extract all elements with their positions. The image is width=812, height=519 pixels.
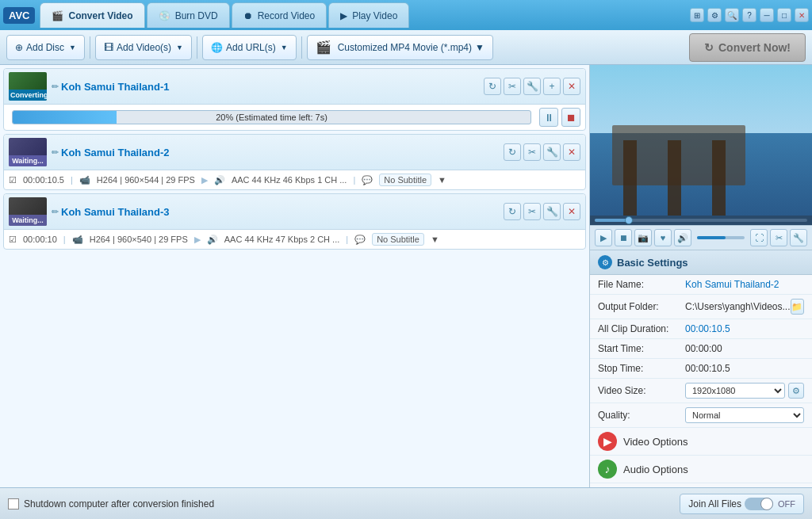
- settings-btn-1[interactable]: 🔧: [523, 78, 541, 95]
- settings-btn-3[interactable]: 🔧: [543, 203, 561, 220]
- window-controls: ⊞ ⚙ 🔍 ? ─ □ ✕: [690, 8, 809, 22]
- file-actions-3: ↻ ✂ 🔧 ✕: [504, 203, 580, 220]
- settings-row-quality: Quality: Normal High Low: [590, 403, 812, 428]
- tab-burn[interactable]: 💿 Burn DVD: [147, 2, 230, 28]
- refresh-btn-2[interactable]: ↻: [504, 143, 521, 161]
- status-badge-3: Waiting...: [9, 215, 47, 226]
- videosize-select[interactable]: 1920x1080 1280x720 854x480: [685, 383, 785, 399]
- tab-convert[interactable]: 🎬 Convert Video: [40, 2, 144, 28]
- monitor-icon[interactable]: ⊞: [690, 8, 704, 22]
- close-btn-1[interactable]: ✕: [563, 78, 580, 95]
- help-icon[interactable]: ?: [742, 8, 756, 22]
- subtitle-dropdown-2[interactable]: ▼: [438, 175, 446, 185]
- fullscreen-btn[interactable]: ⛶: [750, 229, 768, 246]
- convert-icon: 🎬: [52, 10, 63, 21]
- subtitle-dropdown-3[interactable]: ▼: [431, 235, 439, 244]
- stop-value: 00:00:10.5: [685, 363, 804, 374]
- refresh-icon: ↻: [704, 41, 714, 54]
- play-btn[interactable]: ▶: [595, 229, 612, 246]
- wrench-btn[interactable]: 🔧: [790, 229, 807, 246]
- subtitle-3: No Subtitle: [372, 233, 424, 246]
- close-btn-3[interactable]: ✕: [563, 203, 580, 220]
- filename-label: File Name:: [598, 279, 685, 290]
- format-selector[interactable]: 🎬 Customized MP4 Movie (*.mp4) ▼: [307, 35, 493, 60]
- output-label: Output Folder:: [598, 301, 685, 312]
- scissors-btn-3[interactable]: ✂: [523, 203, 541, 220]
- videosize-label: Video Size:: [598, 385, 685, 396]
- subtitle-icon-3: 💬: [354, 235, 366, 245]
- app-logo: AVC: [3, 7, 35, 24]
- join-label: Join All Files: [688, 498, 741, 509]
- add-url-button[interactable]: 🌐 Add URL(s) ▼: [202, 35, 297, 60]
- bottom-bar: Shutdown computer after conversion finis…: [0, 487, 812, 519]
- close-btn-2[interactable]: ✕: [563, 143, 580, 161]
- convert-now-button[interactable]: ↻ Convert Now!: [689, 33, 806, 62]
- add-video-button[interactable]: 🎞 Add Video(s) ▼: [95, 35, 192, 60]
- search-icon[interactable]: 🔍: [725, 8, 739, 22]
- minimize-icon[interactable]: ─: [760, 8, 774, 22]
- scrubber-fill: [595, 219, 626, 222]
- stop-video-btn[interactable]: ⏹: [615, 229, 632, 246]
- file-actions-1: ↻ ✂ 🔧 + ✕: [484, 78, 580, 95]
- progress-fill-1: [13, 111, 117, 124]
- quality-row: Normal High Low: [685, 407, 804, 423]
- preview-pillar2: [668, 140, 681, 216]
- close-icon[interactable]: ✕: [795, 8, 809, 22]
- pause-btn-1[interactable]: ⏸: [539, 108, 558, 127]
- volume-btn[interactable]: 🔊: [674, 229, 691, 246]
- add-btn-1[interactable]: +: [543, 78, 561, 95]
- file-list: Converting ✏ Koh Samui Thailand-1 ↻ ✂ 🔧 …: [0, 65, 590, 487]
- output-folder-browse[interactable]: 📁: [791, 299, 804, 315]
- file-item-3-header: Waiting... ✏ Koh Samui Thailand-3 ↻ ✂ 🔧 …: [4, 194, 585, 230]
- video-info-2: H264 | 960×544 | 29 FPS: [97, 175, 195, 185]
- maximize-icon[interactable]: □: [777, 8, 791, 22]
- shutdown-check[interactable]: Shutdown computer after conversion finis…: [8, 498, 214, 509]
- audio-options-row[interactable]: ♪ Audio Options: [590, 456, 812, 483]
- progress-text-1: 20% (Estimated time left: 7s): [216, 113, 327, 122]
- video-info-icon-2: 📹: [79, 175, 90, 185]
- output-value: C:\Users\yangh\Videos...: [685, 301, 791, 312]
- checkbox-3[interactable]: ☑: [9, 235, 17, 245]
- format-icon: 🎬: [316, 40, 331, 55]
- scissors-btn-1[interactable]: ✂: [504, 78, 521, 95]
- checkbox-2[interactable]: ☑: [9, 175, 17, 185]
- tab-play[interactable]: ▶ Play Video: [328, 2, 409, 28]
- file-name-1[interactable]: Koh Samui Thailand-1: [61, 81, 484, 93]
- audio-options-label: Audio Options: [623, 464, 688, 475]
- video-options-row[interactable]: ▶ Video Options: [590, 428, 812, 456]
- video-scrubber[interactable]: [590, 216, 812, 225]
- refresh-btn-3[interactable]: ↻: [504, 203, 521, 220]
- heart-btn[interactable]: ♥: [654, 229, 672, 246]
- join-files-button[interactable]: Join All Files OFF: [680, 494, 804, 514]
- volume-slider[interactable]: [697, 236, 745, 239]
- settings-icon[interactable]: ⚙: [707, 8, 722, 22]
- scrubber-bar[interactable]: [595, 219, 807, 222]
- screenshot-btn[interactable]: 📷: [634, 229, 652, 246]
- crop-btn[interactable]: ✂: [770, 229, 787, 246]
- settings-btn-2[interactable]: 🔧: [543, 143, 561, 161]
- progress-bar-1: 20% (Estimated time left: 7s): [12, 110, 531, 124]
- file-name-2[interactable]: Koh Samui Thailand-2: [61, 147, 504, 158]
- stop-btn-1[interactable]: ⏹: [561, 108, 580, 127]
- scrubber-thumb[interactable]: [625, 216, 633, 224]
- quality-select[interactable]: Normal High Low: [685, 407, 804, 423]
- settings-panel: ⚙ Basic Settings File Name: Koh Samui Th…: [590, 250, 812, 487]
- toolbar-separator-2: [197, 36, 197, 59]
- scissors-btn-2[interactable]: ✂: [523, 143, 541, 161]
- shutdown-checkbox[interactable]: [8, 498, 19, 509]
- settings-row-stop: Stop Time: 00:00:10.5: [590, 359, 812, 379]
- videosize-gear[interactable]: ⚙: [788, 383, 804, 399]
- videosize-row: 1920x1080 1280x720 854x480 ⚙: [685, 383, 804, 399]
- refresh-btn-1[interactable]: ↻: [484, 78, 501, 95]
- tab-record[interactable]: ⏺ Record Video: [232, 2, 327, 28]
- duration-value: 00:00:10.5: [685, 323, 804, 334]
- file-item-1-header: Converting ✏ Koh Samui Thailand-1 ↻ ✂ 🔧 …: [4, 69, 585, 105]
- file-name-3[interactable]: Koh Samui Thailand-3: [61, 206, 504, 218]
- audio-info-2: AAC 44 KHz 46 Kbps 1 CH ...: [232, 175, 347, 185]
- file-item-2-body: ☑ 00:00:10.5 | 📹 H264 | 960×544 | 29 FPS…: [4, 170, 585, 189]
- join-toggle[interactable]: [745, 498, 773, 510]
- start-label: Start Time:: [598, 343, 685, 354]
- burn-icon: 💿: [159, 10, 170, 21]
- duration-label: All Clip Duration:: [598, 323, 685, 334]
- add-disc-button[interactable]: ⊕ Add Disc ▼: [6, 35, 85, 60]
